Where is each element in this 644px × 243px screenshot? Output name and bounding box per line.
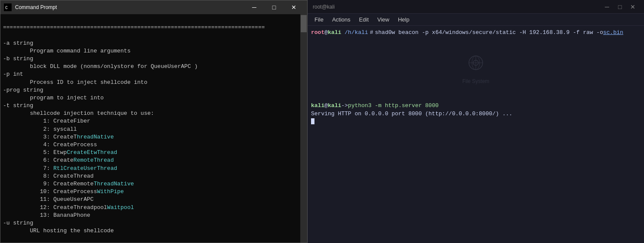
cmd-output-line-23: 11: QueueUserAPC — [3, 196, 94, 203]
cmd-output-line-20: 8: CreateThread — [3, 173, 94, 179]
kali-output-text: Serving HTTP on 0.0.0.0 port 8000 (http:… — [311, 110, 512, 118]
kali-maximize-button[interactable]: □ — [614, 3, 626, 11]
kali-cmd-2: python3 -m http.server 8000 — [348, 102, 439, 110]
kali-os-decoration: File System — [311, 41, 641, 97]
cmd-output-line-24: 12: CreateThreadpoolWaitpool — [3, 204, 134, 211]
kali-prompt-path-1: /h/kali — [345, 28, 368, 37]
cmd-window: C Command Prompt ─ □ ✕ =================… — [0, 0, 308, 243]
kali-menubar: File Actions Edit View Help — [308, 14, 644, 26]
cmd-output-line-17: 5: EtwpCreateEtwThread — [3, 149, 117, 156]
kali-prompt-user-2: kali — [311, 102, 324, 110]
cmd-output-line-6: block DLL mode (nonms/onlystore for Queu… — [3, 63, 197, 70]
kali-prompt-space-1 — [341, 28, 345, 37]
kali-line-2: kali @ kali -> python3 -m http.server 80… — [311, 102, 641, 110]
cmd-output-line-15: 3: CreateThreadNative — [3, 134, 114, 140]
kali-close-button[interactable]: ✕ — [627, 3, 639, 11]
kali-cmd-1-url: sc.bin — [603, 28, 623, 37]
cmd-output-line-19: 7: RtlCreateUserThread — [3, 165, 117, 172]
kali-prompt-host-2: kali — [328, 102, 341, 110]
kali-minimize-button[interactable]: ─ — [601, 3, 613, 11]
kali-cursor-line — [311, 118, 641, 124]
cmd-output-line-8: Process ID to inject shellcode into — [3, 79, 147, 86]
cmd-output-line-5: -b string — [3, 55, 33, 62]
cmd-output-line-21: 9: CreateRemoteThreadNative — [3, 181, 134, 187]
cmd-output-line-1: ========================================… — [3, 24, 265, 31]
kali-titlebar: root@kali ─ □ ✕ — [308, 0, 644, 14]
menu-view[interactable]: View — [374, 15, 393, 24]
cmd-output-line-13: 1: CreateFiber — [3, 118, 90, 124]
menu-file[interactable]: File — [311, 15, 327, 24]
svg-text:C: C — [5, 6, 8, 10]
cmd-output-line-10: program to inject into — [3, 95, 104, 101]
cmd-terminal-body[interactable]: ========================================… — [0, 14, 307, 243]
kali-os-label: File System — [462, 77, 490, 85]
cmd-minimize-button[interactable]: ─ — [244, 0, 264, 14]
kali-title-text: root@kali — [313, 4, 335, 10]
kali-os-icon — [465, 53, 487, 75]
kali-line-1: root @ kali /h/kali # shad0w beacon -p x… — [311, 28, 641, 37]
kali-title-controls: ─ □ ✕ — [601, 3, 639, 11]
kali-prompt-hash-1: # — [370, 28, 373, 37]
cmd-output-line-27: URL hosting the shellcode — [3, 228, 114, 234]
cmd-output-line-18: 6: CreateRemoteThread — [3, 157, 114, 163]
cmd-output-line-16: 4: CreateProcess — [3, 141, 97, 148]
cmd-output-line-9: -prog string — [3, 87, 43, 93]
kali-prompt-at-1: @ — [324, 28, 328, 37]
kali-prompt-host-1: kali — [328, 28, 341, 37]
cmd-output-line-25: 13: BananaPhone — [3, 212, 90, 218]
menu-actions[interactable]: Actions — [329, 15, 354, 24]
cmd-output-line-26: -u string — [3, 220, 33, 226]
cmd-window-controls: ─ □ ✕ — [244, 0, 304, 14]
cmd-output-line-11: -t string — [3, 102, 33, 109]
kali-window: root@kali ─ □ ✕ File Actions Edit View H… — [308, 0, 644, 243]
cmd-maximize-button[interactable]: □ — [264, 0, 284, 14]
cmd-output-line-14: 2: syscall — [3, 126, 77, 132]
menu-help[interactable]: Help — [394, 15, 413, 24]
cmd-close-button[interactable]: ✕ — [284, 0, 304, 14]
cmd-output-line-12: shellcode injection technique to use: — [3, 110, 154, 117]
cmd-output-line-3: -a string — [3, 40, 33, 46]
cmd-output-line-7: -p int — [3, 71, 23, 77]
kali-prompt-at-2: @ — [324, 102, 328, 110]
menu-edit[interactable]: Edit — [356, 15, 372, 24]
cmd-output-line-4: Program command line arguments — [3, 48, 130, 54]
kali-prompt-arrow-2: -> — [341, 102, 348, 110]
kali-cursor — [311, 118, 314, 124]
cmd-scrollbar-thumb[interactable] — [301, 15, 307, 32]
kali-prompt-root: root — [311, 28, 324, 37]
cmd-title-text: Command Prompt — [15, 4, 244, 10]
kali-output-line: Serving HTTP on 0.0.0.0 port 8000 (http:… — [311, 110, 641, 118]
cmd-scrollbar[interactable] — [300, 14, 307, 243]
cmd-app-icon: C — [4, 3, 12, 11]
cmd-output-line-22: 10: CreateProcessWithPipe — [3, 188, 124, 195]
cmd-titlebar: C Command Prompt ─ □ ✕ — [0, 0, 307, 14]
kali-cmd-1: shad0w beacon -p x64/windows/secure/stat… — [375, 28, 603, 37]
kali-terminal-body[interactable]: root @ kali /h/kali # shad0w beacon -p x… — [308, 26, 644, 243]
